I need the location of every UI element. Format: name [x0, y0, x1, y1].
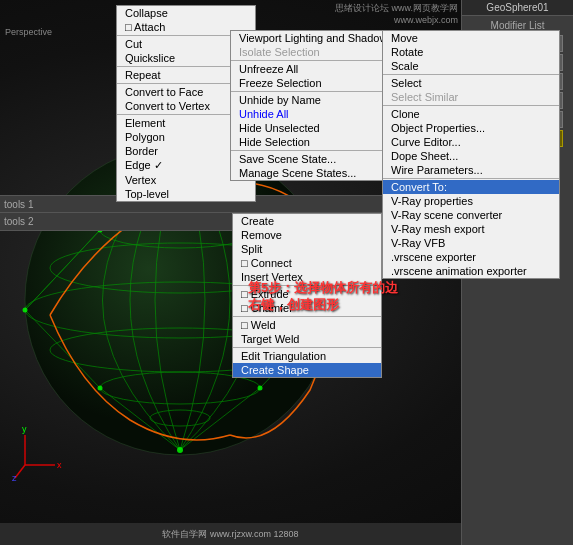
separator9 — [233, 316, 381, 317]
ctx-create-shape[interactable]: Create Shape — [233, 363, 381, 377]
connect-checkbox: □ — [241, 257, 248, 269]
ctx-dope-sheet[interactable]: Dope Sheet... — [383, 149, 559, 163]
logo-bar: 软件自学网 www.rjzxw.com 12808 — [0, 523, 461, 545]
ctx-vray-scene-converter[interactable]: V-Ray scene converter — [383, 208, 559, 222]
svg-text:Perspective: Perspective — [5, 27, 52, 37]
svg-text:z: z — [12, 473, 17, 483]
ctx-curve-editor[interactable]: Curve Editor... — [383, 135, 559, 149]
ctx-vray-mesh-export[interactable]: V-Ray mesh export — [383, 222, 559, 236]
svg-line-18 — [15, 465, 25, 478]
ctx-wire-parameters[interactable]: Wire Parameters... — [383, 163, 559, 177]
ctx-move[interactable]: Move — [383, 31, 559, 45]
watermark: 思绪设计论坛 www.网页教学网 www.webjx.com — [335, 2, 458, 25]
ctx-collapse[interactable]: Collapse — [117, 6, 255, 20]
ctx-remove[interactable]: Remove — [233, 228, 381, 242]
context-menu-transform: Move Rotate Scale Select Select Similar … — [382, 30, 560, 279]
ctx-scale[interactable]: Scale — [383, 59, 559, 73]
ctx-clone[interactable]: Clone — [383, 107, 559, 121]
ctx-create[interactable]: Create — [233, 214, 381, 228]
separator10 — [233, 347, 381, 348]
ctx-select-similar[interactable]: Select Similar — [383, 90, 559, 104]
svg-point-15 — [98, 386, 103, 391]
extrude-checkbox: □ — [241, 288, 248, 300]
attach-checkbox-icon: □ — [125, 21, 132, 33]
weld-checkbox: □ — [241, 319, 248, 331]
ctx-vrscene-exporter[interactable]: .vrscene exporter — [383, 250, 559, 264]
ctx-vray-vfb[interactable]: V-Ray VFB — [383, 236, 559, 250]
ctx-extrude[interactable]: □ Extrude — [233, 287, 381, 301]
separator8 — [233, 285, 381, 286]
tools2-label: tools 2 — [4, 216, 33, 227]
ctx-connect[interactable]: □ Connect — [233, 256, 381, 270]
ctx-target-weld[interactable]: Target Weld — [233, 332, 381, 346]
separator11 — [383, 74, 559, 75]
logo-text: 软件自学网 www.rjzxw.com 12808 — [162, 528, 298, 541]
svg-point-14 — [23, 308, 28, 313]
svg-text:y: y — [22, 424, 27, 434]
separator12 — [383, 105, 559, 106]
ctx-object-properties[interactable]: Object Properties... — [383, 121, 559, 135]
ctx-chamfer[interactable]: □ Chamfer — [233, 301, 381, 315]
svg-point-11 — [258, 386, 263, 391]
chamfer-checkbox: □ — [241, 302, 248, 314]
ctx-split[interactable]: Split — [233, 242, 381, 256]
ctx-vrscene-anim-exporter[interactable]: .vrscene animation exporter — [383, 264, 559, 278]
ctx-vray-properties[interactable]: V-Ray properties — [383, 194, 559, 208]
separator13 — [383, 178, 559, 179]
ctx-select[interactable]: Select — [383, 76, 559, 90]
object-name: GeoSphere01 — [462, 0, 573, 16]
ctx-weld[interactable]: □ Weld — [233, 318, 381, 332]
svg-point-12 — [177, 447, 183, 453]
svg-text:x: x — [57, 460, 62, 470]
ctx-rotate[interactable]: Rotate — [383, 45, 559, 59]
ctx-edit-triangulation[interactable]: Edit Triangulation — [233, 349, 381, 363]
ctx-convert-to[interactable]: Convert To: — [383, 180, 559, 194]
ctx-toplevel[interactable]: Top-level — [117, 187, 255, 201]
ctx-insert-vertex[interactable]: Insert Vertex — [233, 270, 381, 284]
context-menu-edge-ops: Create Remove Split □ Connect Insert Ver… — [232, 213, 382, 378]
tools1-label: tools 1 — [4, 199, 33, 210]
